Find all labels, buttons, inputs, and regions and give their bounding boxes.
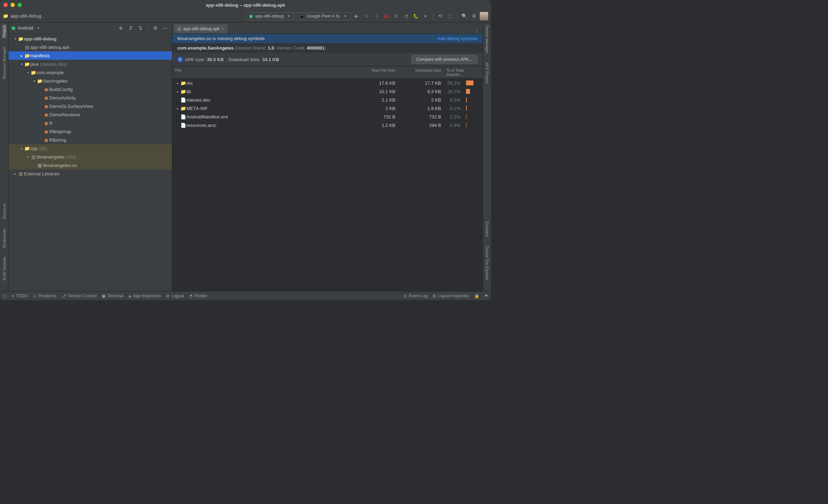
node-label: R$mipmap <box>49 129 71 134</box>
tree-class[interactable]: ◉DemoRenderer <box>8 110 172 119</box>
node-label: DemoActivity <box>49 95 76 101</box>
chevron-down-icon: ▼ <box>344 14 347 18</box>
tree-external-libs[interactable]: ▸▥External Libraries <box>8 169 172 178</box>
tree-class[interactable]: ◉R$mipmap <box>8 127 172 136</box>
tool-apk-project[interactable]: APK Project <box>484 61 490 85</box>
tool-emulator[interactable]: Emulator <box>484 220 490 238</box>
expand-all-button[interactable]: ⇵ <box>127 25 134 31</box>
row-bar <box>463 96 483 104</box>
apk-row[interactable]: ▸📁res17.8 KB17.7 KB55.3% <box>172 79 483 87</box>
status-problems[interactable]: ⚠ Problems <box>33 293 56 298</box>
status-terminal[interactable]: ▣ Terminal <box>102 293 123 298</box>
apk-size-line: i APK size: 39.5 KB, Download Size: 34.1… <box>172 53 483 66</box>
project-view-label: Android <box>18 25 33 31</box>
sync-button[interactable]: ⟲ <box>436 12 444 20</box>
apk-row[interactable]: 📄AndroidManifest.xml732 B732 B2.2% <box>172 112 483 121</box>
chevron-right-icon: ▸ <box>175 106 180 110</box>
col-file[interactable]: File <box>172 66 352 78</box>
row-bar <box>463 112 483 121</box>
tree-root[interactable]: ▾📁app-x86-debug <box>8 34 172 43</box>
status-event-log[interactable]: ◎ Event Log <box>403 293 428 298</box>
tree-java[interactable]: ▾📁java(classes.dex) <box>8 60 172 68</box>
status-profiler[interactable]: ◔ Profiler <box>189 293 208 298</box>
select-opened-file-button[interactable]: ⊕ <box>117 25 125 31</box>
run-button[interactable]: ▶ <box>352 12 361 20</box>
chevron-down-icon: ▼ <box>37 26 40 30</box>
tree-package-sub[interactable]: ▾📁SanAngeles <box>8 77 172 85</box>
coverage-button[interactable]: ⛨ <box>392 12 400 20</box>
row-name: META-INF <box>186 106 208 111</box>
node-label: com.example <box>37 70 64 75</box>
apk-icon: ▤ <box>177 26 181 31</box>
apk-row[interactable]: 📄classes.dex2.1 KB2 KB6.3% <box>172 96 483 104</box>
tree-package[interactable]: ▾📁com.example <box>8 68 172 77</box>
tree-class[interactable]: ◉DemoActivity <box>8 93 172 102</box>
status-logcat[interactable]: ≣ Logcat <box>166 293 184 298</box>
stop-button[interactable]: ■ <box>421 12 430 20</box>
project-view-selector[interactable]: ▣ Android ▼ <box>11 25 40 31</box>
apply-changes-button[interactable]: ↻ <box>362 12 371 20</box>
chevron-down-icon: ▾ <box>13 37 18 41</box>
panel-settings-button[interactable]: ⚙ <box>152 25 159 31</box>
status-vcs[interactable]: ⎇ Version Control <box>61 293 97 298</box>
apk-row[interactable]: ▸📁lib10.1 KB9.3 KB29.2% <box>172 87 483 96</box>
tree-cpp[interactable]: ▾📁cpp(lib) <box>8 144 172 153</box>
separator <box>148 25 148 32</box>
tool-device-manager[interactable]: Device Manager <box>484 24 490 55</box>
status-lock-icon[interactable]: 🔒 <box>474 293 479 298</box>
tool-resource-manager[interactable]: Resource Manager <box>1 45 7 81</box>
col-download-size[interactable]: Download Size <box>398 66 444 78</box>
tool-build-variants[interactable]: Build Variants <box>1 256 7 282</box>
user-avatar[interactable] <box>480 12 488 20</box>
tree-manifests[interactable]: ▸📁manifests <box>8 51 172 60</box>
hide-panel-button[interactable]: — <box>161 25 169 31</box>
status-ide-error-icon[interactable]: ⚑ <box>484 293 488 298</box>
compare-apk-button[interactable]: Compare with previous APK... <box>411 55 478 64</box>
chevron-right-icon: ▸ <box>175 81 180 85</box>
tool-device-file-explorer[interactable]: Device File Explorer <box>484 245 490 282</box>
node-label: R$string <box>49 137 66 143</box>
apk-row[interactable]: ▸📁META-INF2 KB1.9 KB6.1% <box>172 104 483 112</box>
status-bar: ▢ ≡ TODO ⚠ Problems ⎇ Version Control ▣ … <box>0 291 491 300</box>
col-pct[interactable]: % of Total Downlo... <box>444 66 483 78</box>
tool-structure[interactable]: Structure <box>1 202 7 221</box>
status-layout-inspector[interactable]: ⊞ Layout Inspector <box>433 293 469 298</box>
debug-button[interactable]: 🐞 <box>382 12 390 20</box>
search-button[interactable]: 🔍 <box>460 12 469 20</box>
tree-native-lib[interactable]: ▾▥libsanangeles(x86) <box>8 153 172 161</box>
node-hint: (x86) <box>66 154 77 160</box>
col-raw-size[interactable]: Raw File Size <box>352 66 398 78</box>
apk-row[interactable]: 📄resources.arsc1.2 KB294 B0.9% <box>172 121 483 129</box>
editor-tab[interactable]: ▤ app-x86-debug.apk × <box>174 24 228 33</box>
tree-class[interactable]: ◉DemoGLSurfaceView <box>8 102 172 110</box>
close-tab-button[interactable]: × <box>222 26 224 31</box>
tool-window-quick[interactable]: ▢ <box>3 293 7 298</box>
tool-bookmarks[interactable]: Bookmarks <box>1 227 7 249</box>
status-todo[interactable]: ≡ TODO <box>12 293 28 298</box>
tree-class[interactable]: ◉R <box>8 119 172 127</box>
tree-class[interactable]: ◉R$string <box>8 136 172 144</box>
tool-project[interactable]: Project <box>1 24 7 39</box>
status-app-inspection[interactable]: ⬙ App Inspection <box>128 293 161 298</box>
run-config-combo[interactable]: ▣ app-x86-debug ▼ <box>245 12 294 20</box>
tree-apk[interactable]: ▤app-x86-debug.apk <box>8 43 172 51</box>
nav-breadcrumb[interactable]: 📁 app-x86-debug <box>3 13 244 19</box>
java-icon: ◉ <box>43 112 49 117</box>
apk-table-body[interactable]: ▸📁res17.8 KB17.7 KB55.3%▸📁lib10.1 KB9.3 … <box>172 79 483 291</box>
attach-debugger-button[interactable]: 🐛 <box>412 12 420 20</box>
chevron-down-icon: ▾ <box>19 147 24 150</box>
tree-so-file[interactable]: ▦libsanangeles.so <box>8 161 172 169</box>
folder-icon: 📁 <box>3 13 8 19</box>
add-debug-symbols-link[interactable]: Add debug symbols <box>438 36 478 41</box>
profile-button[interactable]: ◔ <box>402 12 410 20</box>
tab-options-button[interactable]: ⋮ <box>471 28 483 33</box>
device-combo[interactable]: 📱 Google Pixel 4 XL ▼ <box>295 12 351 20</box>
tree-class[interactable]: ◉BuildConfig <box>8 85 172 93</box>
project-tree[interactable]: ▾📁app-x86-debug ▤app-x86-debug.apk ▸📁man… <box>8 34 172 291</box>
settings-button[interactable]: ⚙ <box>470 12 478 20</box>
collapse-all-button[interactable]: ⇅ <box>136 25 144 31</box>
avd-button[interactable]: ⬚ <box>446 12 454 20</box>
version-code: 4000001 <box>307 45 325 51</box>
apk-size: 39.5 KB <box>207 57 224 62</box>
apply-code-button[interactable]: ≡ <box>372 12 381 20</box>
